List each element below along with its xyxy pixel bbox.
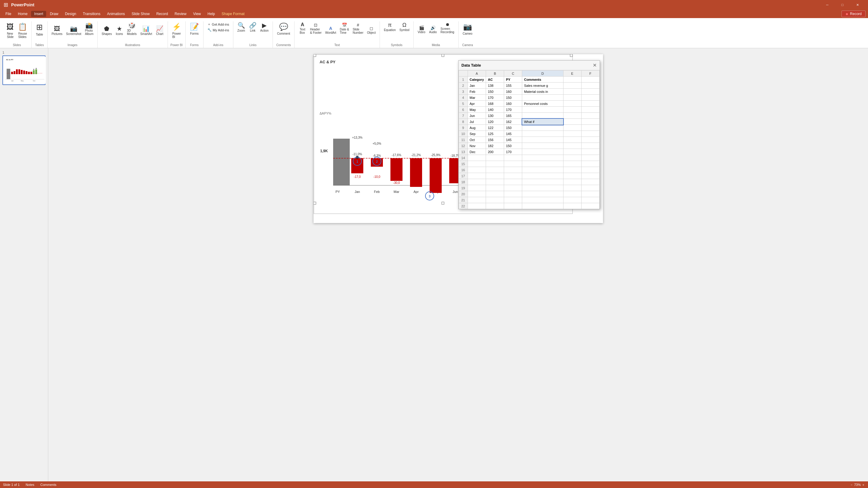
zoom-button[interactable]: 🔍 Zoom [236,22,247,33]
app-grid-icon[interactable]: ⊞ [4,1,8,8]
powerbi-button[interactable]: ⚡ PowerBI [170,22,183,40]
new-slide-button[interactable]: 🖼 NewSlide [5,22,16,40]
notes-button[interactable]: Notes [26,483,34,487]
icons-button[interactable]: ★ Icons [114,25,125,36]
cell-1-b[interactable]: AC [486,76,504,83]
3d-models-button[interactable]: 🎲 3DModels [125,22,138,36]
col-d-header: D [522,70,563,76]
my-addins-label: My Add-ins [213,28,229,32]
grid-container[interactable]: A B C D E F 1 Cat [459,70,600,209]
pictures-button[interactable]: 🖼 Pictures [50,25,64,36]
table-button[interactable]: ⊞ Table [34,22,45,37]
data-table-close-button[interactable]: ✕ [593,62,597,68]
record-button[interactable]: Record [841,10,866,17]
menu-record[interactable]: Record [153,11,171,17]
canvas-area[interactable]: AC & PY ΔAPY% 1,9K PY Jan Feb Mar Apr Ma… [48,48,868,488]
get-addins-icon: ＋ [208,22,211,27]
header-footer-button[interactable]: ⊡ Header& Footer [308,22,323,35]
textbox-button[interactable]: A TextBox [297,22,308,35]
video-button[interactable]: 🎬 Video [416,25,427,35]
forms-button[interactable]: 📝 Forms [188,22,201,36]
data-table-modal: Data Table ✕ A B C D E [458,60,600,209]
menu-file[interactable]: File [2,11,14,17]
photo-album-button[interactable]: 📸 PhotoAlbum [84,22,95,36]
cameo-button[interactable]: 📷 Cameo [461,22,474,36]
menu-review[interactable]: Review [172,11,189,17]
smartart-label: SmartArt [140,32,152,36]
equation-icon: π [388,22,392,28]
wordart-button[interactable]: A WordArt [324,25,338,35]
cell-input[interactable] [524,120,561,124]
get-addins-button[interactable]: ＋ Get Add-ins [206,22,230,27]
cell-1-a[interactable]: Category [468,76,486,83]
reuse-slides-button[interactable]: 📋 ReuseSlides [16,22,29,40]
menu-help[interactable]: Help [205,11,218,17]
minimize-btn[interactable]: ─ [820,0,834,10]
svg-text:AC & PY: AC & PY [319,60,336,64]
menu-slideshow[interactable]: Slide Show [128,11,153,17]
menu-home[interactable]: Home [15,11,30,17]
action-button[interactable]: ▶ Action [259,22,270,33]
app-name: PowerPoint [11,2,34,7]
ribbon-group-media: 🎬 Video 🔊 Audio ⏺ ScreenRecording Media [414,22,459,48]
chart-button[interactable]: 📈 Chart [154,25,165,36]
menu-transitions[interactable]: Transitions [80,11,103,17]
row-num-header [459,70,468,76]
data-grid: A B C D E F 1 Cat [459,70,600,209]
menu-design[interactable]: Design [62,11,79,17]
svg-rect-4 [16,69,18,74]
table-row: 21 [459,197,599,203]
object-label: Object [367,31,376,34]
svg-text:Feb: Feb [374,190,379,194]
menu-animations[interactable]: Animations [104,11,128,17]
addins-group-label: Add-ins [213,43,223,47]
table-row: 10 Sep 125 145 [459,131,599,137]
maximize-btn[interactable]: □ [835,0,849,10]
object-button[interactable]: ◻ Object [365,25,377,35]
svg-text:Jan: Jan [354,190,360,194]
zoom-icon: 🔍 [238,22,245,28]
chart-label: Chart [156,32,163,36]
svg-text:-25,9%: -25,9% [431,154,440,157]
cell-1-c[interactable]: PY [504,76,522,83]
shapes-button[interactable]: ⬟ Shapes [100,25,113,36]
comments-button[interactable]: Comments [40,483,56,487]
screen-recording-button[interactable]: ⏺ ScreenRecording [439,22,456,35]
symbol-button[interactable]: Ω Symbol [398,22,411,33]
comment-button[interactable]: 💬 Comment [275,22,292,36]
equation-label: Equation [384,28,396,32]
my-addins-button[interactable]: 🔧 My Add-ins [206,27,230,33]
smartart-button[interactable]: 📊 SmartArt [139,25,153,36]
equation-button[interactable]: π Equation [382,22,397,33]
svg-rect-22 [314,54,316,57]
new-slide-icon: 🖼 [7,23,14,31]
date-time-button[interactable]: 📅 Date &Time [338,22,351,35]
grid-body: 1 Category AC PY Comments 2 [459,76,599,209]
cell-1-e[interactable] [563,76,581,83]
slide-number-button[interactable]: # SlideNumber [351,22,365,35]
menu-insert[interactable]: Insert [31,11,46,17]
slide-thumbnail[interactable]: Jan May Oct AC & PY [2,56,45,85]
table-row: 13 Dec 200 170 [459,149,599,155]
reuse-slides-icon: 📋 [18,23,27,31]
svg-rect-7 [23,70,25,74]
screenshot-button[interactable]: 📷 Screenshot [64,25,83,36]
powerbi-group-label: Power BI [170,43,183,47]
audio-button[interactable]: 🔊 Audio [428,25,438,35]
menu-draw[interactable]: Draw [47,11,61,17]
zoom-out-button[interactable]: － [850,483,853,487]
link-button[interactable]: 🔗 Link [247,22,258,33]
slide-number: 1 [2,51,45,54]
menu-view[interactable]: View [190,11,204,17]
cell-1-d[interactable]: Comments [522,76,563,83]
data-table-title: Data Table [462,63,481,67]
menu-shape-format[interactable]: Shape Format [219,11,248,17]
forms-icon: 📝 [190,23,199,31]
active-cell[interactable] [522,119,563,125]
symbol-label: Symbol [400,28,409,32]
photo-album-label: PhotoAlbum [85,29,93,36]
zoom-in-button[interactable]: ＋ [862,483,865,487]
cell-1-f[interactable] [581,76,599,83]
svg-text:2: 2 [376,160,377,163]
close-btn-window[interactable]: ✕ [850,0,864,10]
